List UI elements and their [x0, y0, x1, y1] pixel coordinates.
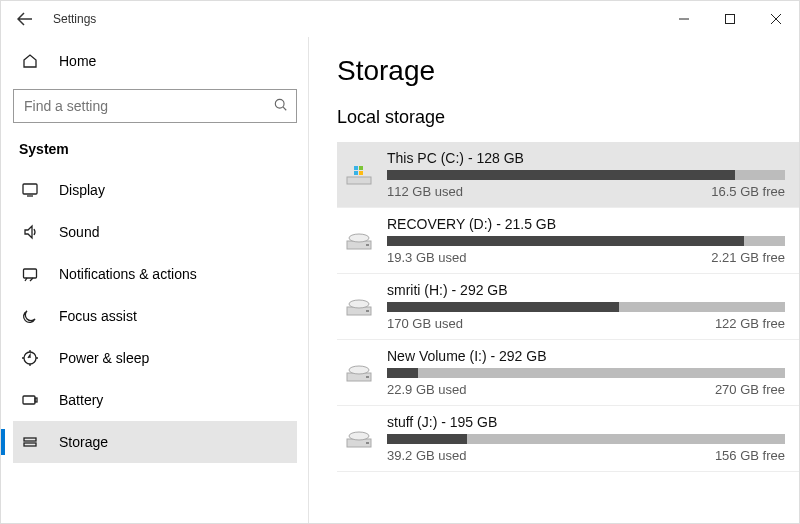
drive-free: 122 GB free [715, 316, 785, 331]
svg-rect-14 [347, 177, 371, 184]
usage-bar [387, 434, 785, 444]
search-input[interactable] [24, 98, 274, 114]
drive-info: stuff (J:) - 195 GB39.2 GB used156 GB fr… [387, 414, 785, 463]
drive-info: New Volume (I:) - 292 GB22.9 GB used270 … [387, 348, 785, 397]
close-button[interactable] [753, 1, 799, 37]
main-content: Storage Local storage This PC (C:) - 128… [309, 37, 799, 523]
usage-bar [387, 368, 785, 378]
svg-rect-30 [366, 442, 369, 444]
home-label: Home [59, 53, 96, 69]
home-nav[interactable]: Home [13, 41, 297, 81]
nav-icon [21, 224, 39, 240]
sidebar-divider [308, 37, 309, 523]
drive-icon [345, 228, 373, 254]
sidebar: Home System DisplaySoundNotifications & … [1, 37, 309, 523]
drive-free: 156 GB free [715, 448, 785, 463]
drive-free: 270 GB free [715, 382, 785, 397]
nav-icon [21, 392, 39, 408]
section-label-system: System [13, 141, 297, 157]
drive-info: RECOVERY (D:) - 21.5 GB19.3 GB used2.21 … [387, 216, 785, 265]
drive-free: 2.21 GB free [711, 250, 785, 265]
usage-bar [387, 302, 785, 312]
section-title-local-storage: Local storage [337, 107, 799, 128]
search-icon [274, 98, 288, 115]
svg-rect-11 [35, 398, 37, 402]
svg-rect-17 [354, 171, 358, 175]
svg-rect-18 [359, 171, 363, 175]
sidebar-item-label: Focus assist [59, 308, 137, 324]
svg-point-4 [275, 99, 284, 108]
drive-stats: 22.9 GB used270 GB free [387, 382, 785, 397]
titlebar: Settings [1, 1, 799, 37]
minimize-icon [679, 14, 689, 24]
sidebar-item-sound[interactable]: Sound [13, 211, 297, 253]
svg-rect-13 [24, 443, 36, 446]
svg-rect-15 [354, 166, 358, 170]
sidebar-item-power-sleep[interactable]: Power & sleep [13, 337, 297, 379]
svg-rect-6 [23, 184, 37, 194]
svg-rect-16 [359, 166, 363, 170]
maximize-button[interactable] [707, 1, 753, 37]
drive-stats: 112 GB used16.5 GB free [387, 184, 785, 199]
drive-row[interactable]: New Volume (I:) - 292 GB22.9 GB used270 … [337, 340, 799, 406]
sidebar-item-battery[interactable]: Battery [13, 379, 297, 421]
drive-stats: 39.2 GB used156 GB free [387, 448, 785, 463]
svg-rect-27 [366, 376, 369, 378]
nav-icon [21, 182, 39, 198]
arrow-left-icon [17, 11, 33, 27]
back-button[interactable] [1, 1, 49, 37]
sidebar-item-focus-assist[interactable]: Focus assist [13, 295, 297, 337]
sidebar-item-display[interactable]: Display [13, 169, 297, 211]
nav-icon [21, 266, 39, 282]
drive-name: RECOVERY (D:) - 21.5 GB [387, 216, 785, 232]
sidebar-item-label: Notifications & actions [59, 266, 197, 282]
svg-line-5 [283, 107, 286, 110]
sidebar-item-label: Battery [59, 392, 103, 408]
nav-icon [21, 434, 39, 450]
window-controls [661, 1, 799, 37]
svg-rect-24 [366, 310, 369, 312]
drive-used: 22.9 GB used [387, 382, 467, 397]
maximize-icon [725, 14, 735, 24]
svg-point-20 [349, 234, 369, 242]
drive-used: 170 GB used [387, 316, 463, 331]
sidebar-item-storage[interactable]: Storage [13, 421, 297, 463]
drive-row[interactable]: smriti (H:) - 292 GB170 GB used122 GB fr… [337, 274, 799, 340]
window-title: Settings [53, 12, 96, 26]
drive-row[interactable]: RECOVERY (D:) - 21.5 GB19.3 GB used2.21 … [337, 208, 799, 274]
svg-rect-21 [366, 244, 369, 246]
search-box[interactable] [13, 89, 297, 123]
drive-icon [345, 360, 373, 386]
svg-point-26 [349, 366, 369, 374]
drive-free: 16.5 GB free [711, 184, 785, 199]
usage-bar-fill [387, 236, 744, 246]
nav-icon [21, 308, 39, 324]
drive-row[interactable]: This PC (C:) - 128 GB112 GB used16.5 GB … [337, 142, 799, 208]
usage-bar-fill [387, 170, 735, 180]
sidebar-item-label: Power & sleep [59, 350, 149, 366]
usage-bar [387, 170, 785, 180]
svg-rect-12 [24, 438, 36, 441]
drive-name: This PC (C:) - 128 GB [387, 150, 785, 166]
minimize-button[interactable] [661, 1, 707, 37]
svg-rect-8 [24, 269, 37, 278]
usage-bar-fill [387, 302, 619, 312]
sidebar-item-label: Sound [59, 224, 99, 240]
usage-bar-fill [387, 368, 418, 378]
drive-icon [345, 294, 373, 320]
drive-name: New Volume (I:) - 292 GB [387, 348, 785, 364]
drive-used: 19.3 GB used [387, 250, 467, 265]
drive-name: stuff (J:) - 195 GB [387, 414, 785, 430]
svg-point-23 [349, 300, 369, 308]
svg-point-29 [349, 432, 369, 440]
page-title: Storage [337, 55, 799, 87]
drive-info: smriti (H:) - 292 GB170 GB used122 GB fr… [387, 282, 785, 331]
drive-name: smriti (H:) - 292 GB [387, 282, 785, 298]
usage-bar-fill [387, 434, 467, 444]
svg-rect-1 [726, 15, 735, 24]
nav-icon [21, 350, 39, 366]
sidebar-item-label: Display [59, 182, 105, 198]
home-icon [21, 53, 39, 69]
drive-row[interactable]: stuff (J:) - 195 GB39.2 GB used156 GB fr… [337, 406, 799, 472]
sidebar-item-notifications-actions[interactable]: Notifications & actions [13, 253, 297, 295]
